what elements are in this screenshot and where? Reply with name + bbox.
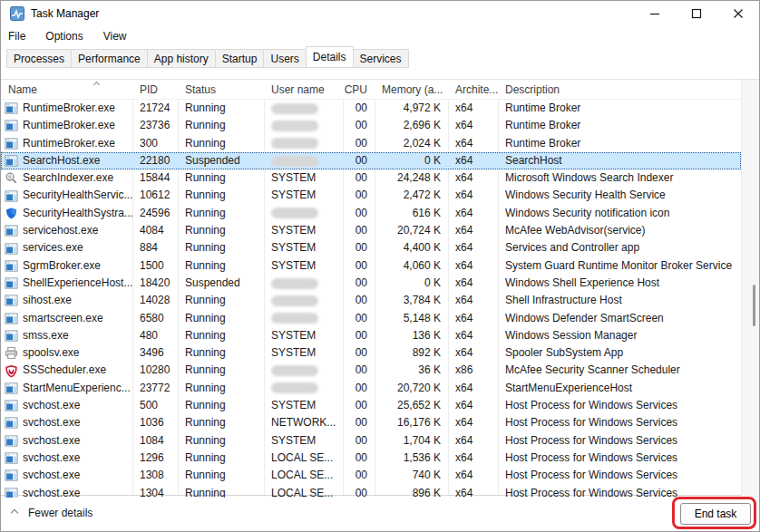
cell-desc: Windows Shell Experience Host [498, 275, 741, 292]
process-row[interactable]: RuntimeBroker.exe300Running002,024 Kx64R… [1, 135, 741, 152]
process-name: RuntimeBroker.exe [23, 117, 115, 134]
cell-name: RuntimeBroker.exe [1, 135, 132, 152]
process-row[interactable]: SSScheduler.exe10280Running0036 Kx86McAf… [1, 362, 741, 379]
process-row[interactable]: servicehost.exe4084RunningSYSTEM0020,724… [1, 222, 741, 239]
cell-memory: 16,176 K [375, 414, 448, 431]
process-row[interactable]: svchost.exe1304RunningLOCAL SE...00896 K… [1, 485, 741, 498]
tab-details[interactable]: Details [306, 46, 354, 68]
cell-pid: 18420 [132, 275, 178, 292]
process-row[interactable]: ShellExperienceHost....18420Suspended000… [1, 275, 741, 292]
vertical-scrollbar[interactable] [741, 80, 760, 498]
cell-cpu: 00 [343, 362, 375, 379]
cell-user [264, 117, 343, 134]
cell-name: ShellExperienceHost.... [1, 275, 132, 292]
process-row[interactable]: svchost.exe1296RunningLOCAL SE...001,536… [1, 450, 741, 467]
app-default-icon [5, 329, 18, 343]
cell-memory: 896 K [375, 485, 448, 498]
process-row[interactable]: SecurityHealthServic...10612RunningSYSTE… [1, 187, 741, 204]
cell-cpu: 00 [343, 135, 375, 152]
process-row[interactable]: smss.exe480RunningSYSTEM00136 Kx64Window… [1, 327, 741, 344]
cell-memory: 2,472 K [375, 187, 448, 204]
cell-desc: Host Process for Windows Services [498, 414, 741, 431]
cell-cpu: 00 [343, 327, 375, 344]
cell-name: RuntimeBroker.exe [1, 100, 132, 117]
process-row[interactable]: svchost.exe1308RunningLOCAL SE...00740 K… [1, 467, 741, 484]
cell-name: services.exe [1, 239, 132, 256]
process-row-selected[interactable]: SearchHost.exe22180Suspended000 Kx64Sear… [1, 152, 741, 169]
process-name: SgrmBroker.exe [23, 257, 101, 275]
cell-arch: x64 [448, 397, 498, 414]
cell-status: Running [178, 414, 264, 431]
tab-startup[interactable]: Startup [215, 49, 264, 68]
tab-performance[interactable]: Performance [71, 49, 147, 68]
scrollbar-thumb[interactable] [753, 285, 755, 326]
menu-item-options[interactable]: Options [45, 28, 92, 45]
process-row[interactable]: SgrmBroker.exe1500RunningSYSTEM004,060 K… [1, 257, 741, 275]
process-row[interactable]: SecurityHealthSystra...24596Running00616… [1, 205, 741, 222]
fewer-details-toggle[interactable]: Fewer details [12, 507, 93, 519]
cell-desc: Microsoft Windows Search Indexer [498, 169, 741, 187]
column-header-pid[interactable]: PID [132, 80, 178, 100]
column-header-cpu[interactable]: CPU [343, 80, 375, 100]
tab-users[interactable]: Users [263, 49, 305, 68]
maximize-button[interactable] [676, 1, 717, 26]
process-row[interactable]: sihost.exe14028Running003,784 Kx64Shell … [1, 292, 741, 309]
cell-memory: 0 K [375, 152, 448, 169]
cell-status: Running [178, 239, 264, 256]
cell-arch: x64 [448, 467, 498, 484]
process-name: SearchIndexer.exe [23, 169, 113, 187]
cell-cpu: 00 [343, 239, 375, 256]
process-row[interactable]: services.exe884RunningSYSTEM004,400 Kx64… [1, 239, 741, 256]
tab-processes[interactable]: Processes [6, 49, 71, 68]
process-name: spoolsv.exe [23, 344, 79, 362]
app-default-icon [5, 276, 18, 290]
menu-item-view[interactable]: View [103, 28, 136, 45]
titlebar[interactable]: Task Manager [1, 1, 759, 26]
process-name: svchost.exe [23, 485, 80, 498]
tab-services[interactable]: Services [354, 49, 409, 68]
process-row[interactable]: svchost.exe500RunningSYSTEM0025,652 Kx64… [1, 397, 741, 414]
printer-icon [5, 346, 18, 360]
process-row[interactable]: svchost.exe1084RunningSYSTEM001,704 Kx64… [1, 432, 741, 450]
process-row[interactable]: smartscreen.exe6580Running005,148 Kx64Wi… [1, 310, 741, 327]
process-rows: RuntimeBroker.exe21724Running004,972 Kx6… [1, 100, 741, 498]
cell-arch: x64 [448, 222, 498, 239]
redacted-username [271, 103, 318, 114]
redacted-username [271, 365, 318, 376]
cell-arch: x64 [448, 239, 498, 256]
process-row[interactable]: SearchIndexer.exe15844RunningSYSTEM0024,… [1, 169, 741, 187]
menu-item-file[interactable]: File [8, 28, 34, 45]
cell-user [264, 205, 343, 222]
app-default-icon [5, 189, 18, 203]
column-header-architecture[interactable]: Archite... [448, 80, 498, 100]
cell-arch: x64 [448, 432, 498, 450]
column-header-memory[interactable]: Memory (a... [375, 80, 448, 100]
tab-app-history[interactable]: App history [147, 49, 215, 68]
column-header-name[interactable]: Name [1, 80, 132, 100]
cell-user: SYSTEM [264, 327, 343, 344]
redacted-username [271, 313, 318, 324]
app-default-icon [5, 259, 18, 273]
cell-cpu: 00 [343, 222, 375, 239]
redacted-username [271, 382, 318, 393]
close-button[interactable] [717, 1, 759, 26]
end-task-button[interactable]: End task [680, 503, 751, 525]
process-row[interactable]: RuntimeBroker.exe21724Running004,972 Kx6… [1, 100, 741, 117]
cell-arch: x64 [448, 310, 498, 327]
column-header-description[interactable]: Description [498, 80, 741, 100]
column-header-status[interactable]: Status [178, 80, 264, 100]
process-row[interactable]: spoolsv.exe3496RunningSYSTEM00892 Kx64Sp… [1, 344, 741, 362]
cell-status: Running [178, 380, 264, 397]
process-row[interactable]: StartMenuExperienc...23772Running0020,72… [1, 380, 741, 397]
process-row[interactable]: svchost.exe1036RunningNETWORK...0016,176… [1, 414, 741, 431]
cell-arch: x64 [448, 100, 498, 117]
cell-pid: 1308 [132, 467, 178, 484]
app-default-icon [5, 154, 18, 168]
cell-pid: 480 [132, 327, 178, 344]
process-row[interactable]: RuntimeBroker.exe23736Running002,696 Kx6… [1, 117, 741, 134]
minimize-button[interactable] [634, 1, 676, 26]
cell-name: svchost.exe [1, 467, 132, 484]
process-name: svchost.exe [23, 414, 80, 431]
cell-cpu: 00 [343, 432, 375, 450]
column-header-user[interactable]: User name [264, 80, 343, 100]
